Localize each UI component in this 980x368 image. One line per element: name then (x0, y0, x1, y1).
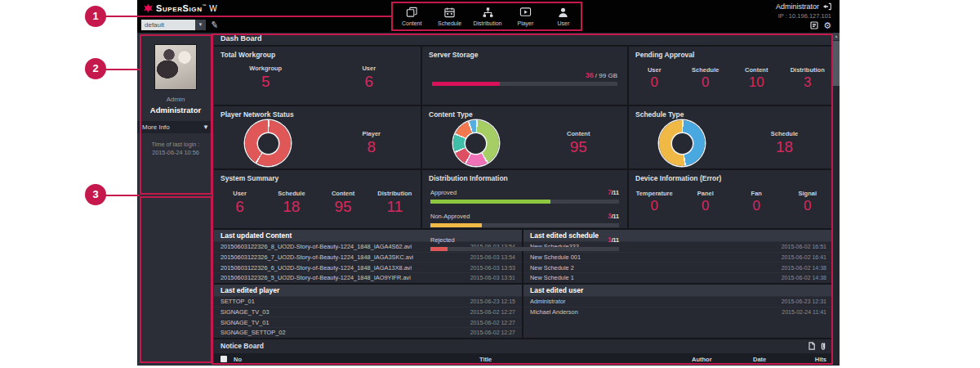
scroll-up-arrow-icon[interactable]: ▲ (833, 33, 840, 40)
callout-line-1 (105, 16, 393, 17)
dist-bar-non-approved: Non-Approved3/11 (430, 207, 619, 227)
app-logo: SuperSign™W (144, 3, 217, 13)
stat-schedule: Schedule0 (680, 66, 732, 91)
dist-bar-approved: Approved7/11 (430, 183, 619, 204)
panel-device-information: Device Information (Error) Temperature0 … (629, 170, 833, 228)
panel-server-storage: Server Storage 36 / 99 GB (422, 47, 627, 105)
memo-icon[interactable] (810, 21, 818, 29)
nav-item-player[interactable]: Player (506, 0, 544, 33)
list-item[interactable]: 20150603122326_6_UO2D-Story-of-Beauty-12… (214, 262, 522, 272)
select-all-checkbox[interactable] (220, 356, 227, 362)
column-author: Author (692, 356, 712, 363)
more-info-toggle[interactable]: More Info ▼ (137, 121, 214, 133)
new-post-icon[interactable] (808, 342, 815, 350)
logout-icon[interactable] (822, 2, 831, 11)
workspace-edit-icon[interactable]: ✎ (210, 19, 219, 30)
stat-user: User 6 (318, 65, 421, 91)
dist-bar-rejected: Rejected1/11 (430, 231, 619, 251)
panel-system-summary: System Summary User6 Schedule18 Content9… (214, 170, 421, 228)
user-name: Administrator (137, 105, 214, 114)
nav-label: Player (518, 20, 534, 26)
list-item[interactable]: SIGNAGE_SETTOP_022015-06-02 12:27 (214, 327, 522, 338)
vertical-scrollbar[interactable]: ▲ (833, 33, 840, 366)
storage-bar (432, 82, 617, 86)
column-no: No (234, 356, 242, 363)
player-network-donut-chart (245, 120, 291, 166)
nav-label: User (557, 20, 569, 26)
panel-title: Pending Approval (635, 51, 826, 59)
list-item[interactable]: SIGNAGE_TV_012015-06-02 12:27 (214, 316, 522, 327)
panel-pending-approval: Pending Approval User0 Schedule0 Content… (629, 47, 833, 105)
nav-item-content[interactable]: Content (393, 0, 430, 33)
panel-content-type: Content Type Content 95 (422, 106, 627, 168)
callout-line-2 (105, 69, 140, 70)
stat-user: User0 (629, 66, 680, 91)
distribution-icon (482, 7, 494, 18)
panel-schedule-type: Schedule Type Schedule 18 (629, 106, 833, 168)
callout-2: 2 (85, 58, 106, 79)
schedule-icon (443, 7, 456, 18)
settings-gear-icon[interactable]: ⚙ (823, 21, 831, 29)
nav-item-distribution[interactable]: Distribution (469, 0, 506, 33)
list-last-edited-user: Last edited user Administrator2015-06-23… (523, 285, 833, 338)
workspace-dropdown-arrow-icon[interactable]: ▼ (195, 20, 206, 30)
content-icon (406, 7, 418, 18)
player-icon (519, 7, 532, 18)
dashboard-main: Dash Board Total Workgroup Workgroup 5 U… (214, 33, 833, 366)
stat-player: Player 8 (323, 130, 421, 156)
nav-item-schedule[interactable]: Schedule (430, 0, 468, 33)
page-title: Dash Board (214, 33, 833, 45)
notice-board: Notice Board No Title Author Date Hits (214, 339, 833, 366)
panel-player-network-status: Player Network Status Player 8 (214, 106, 421, 168)
stat-user: User6 (214, 190, 265, 216)
callout-3: 3 (85, 184, 106, 205)
column-date: Date (753, 356, 766, 363)
scrollbar-thumb[interactable] (833, 41, 840, 86)
nav-label: Schedule (438, 20, 461, 26)
panel-title: Server Storage (429, 51, 621, 59)
logo-icon (144, 4, 153, 13)
panel-distribution-information: Distribution Information Approved7/11 No… (422, 170, 627, 228)
list-item[interactable]: New Schedule 22015-06-02 14:38 (523, 262, 833, 272)
more-info-label: More Info (142, 123, 170, 131)
stat-temperature: Temperature0 (629, 190, 680, 214)
user-icon (557, 7, 569, 18)
list-item[interactable]: Michael Anderson2015-02-24 11:41 (523, 307, 833, 317)
sidebar: Admin Administrator More Info ▼ Time of … (137, 33, 214, 366)
panel-title: Total Workgroup (220, 51, 414, 59)
callout-line-3 (105, 195, 140, 196)
workspace-select-value[interactable]: default (141, 20, 195, 30)
top-right-area: Administrator IP : 10.196.127.101 ⚙ (776, 2, 831, 29)
list-item[interactable]: New Schedule 12015-06-02 14:38 (523, 272, 833, 283)
nav-label: Distribution (474, 20, 502, 26)
chevron-down-icon: ▼ (203, 123, 209, 131)
stat-content: Content10 (731, 66, 782, 91)
stat-distribution: Distribution3 (782, 66, 834, 91)
list-item[interactable]: Administrator2015-06-23 12:31 (523, 296, 833, 307)
panel-total-workgroup: Total Workgroup Workgroup 5 User 6 (214, 47, 421, 105)
list-title: Last edited user (523, 285, 833, 296)
stat-distribution: Distribution11 (369, 190, 421, 216)
panel-title: Device Information (Error) (635, 174, 826, 182)
stat-signal: Signal0 (782, 190, 834, 214)
list-title: Last edited player (214, 285, 522, 296)
stat-content: Content 95 (529, 130, 627, 156)
storage-usage-text: 36 / 99 GB (432, 71, 617, 79)
list-item[interactable]: SIGNAGE_TV_032015-06-02 12:27 (214, 307, 522, 317)
logo-text: SuperSign™W (156, 3, 217, 13)
list-item[interactable]: 20150603122326_5_UO2D-Story-of-Beauty-12… (214, 272, 522, 283)
nav-label: Content (402, 20, 422, 26)
workspace-selector[interactable]: default ▼ ✎ (141, 20, 218, 30)
nav-item-user[interactable]: User (545, 0, 582, 33)
profile-photo (154, 44, 197, 90)
schedule-type-donut-chart (659, 120, 705, 166)
stat-panel: Panel0 (680, 190, 732, 214)
list-item[interactable]: SETTOP_012015-06-23 12:15 (214, 296, 522, 307)
user-role: Admin (137, 96, 214, 103)
panel-title: System Summary (220, 174, 414, 182)
stat-fan: Fan0 (731, 190, 782, 214)
notice-table-header: No Title Author Date Hits (214, 353, 833, 365)
attachment-icon[interactable] (820, 342, 826, 350)
app-window: SuperSign™W default ▼ ✎ Content Schedule… (137, 0, 840, 366)
last-login-label: Time of last login : (137, 141, 214, 149)
